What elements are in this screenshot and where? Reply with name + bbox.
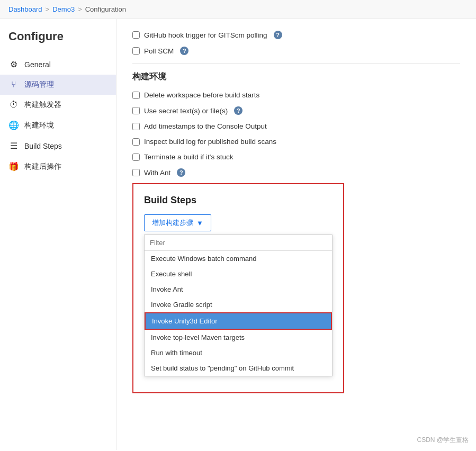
help-icon-with-ant[interactable]: ? — [177, 168, 185, 177]
help-icon-poll-scm[interactable]: ? — [180, 47, 188, 55]
help-icon-secret-text[interactable]: ? — [234, 106, 243, 115]
checkbox-row-github-hook: GitHub hook trigger for GITScm polling ? — [132, 30, 460, 40]
dropdown-item-invoke-gradle[interactable]: Invoke Gradle script — [145, 297, 332, 312]
breadcrumb-dashboard[interactable]: Dashboard — [8, 5, 42, 13]
checkbox-secret-text[interactable] — [132, 107, 140, 114]
breadcrumb-demo3[interactable]: Demo3 — [52, 5, 75, 13]
sidebar-label-build-env: 构建环境 — [24, 121, 54, 130]
dropdown-item-invoke-maven[interactable]: Invoke top-level Maven targets — [145, 330, 332, 345]
checkbox-label-terminate: Terminate a build if it's stuck — [144, 153, 233, 161]
breadcrumb-sep-1: > — [46, 5, 50, 13]
add-build-step-button[interactable]: 增加构建步骤 ▼ — [144, 214, 211, 231]
build-steps-box: Build Steps 增加构建步骤 ▼ Execute Windows bat… — [132, 183, 344, 393]
sidebar-icon-build-steps: ☰ — [8, 141, 19, 151]
checkbox-row-inspect-log: Inspect build log for published build sc… — [132, 137, 460, 147]
checkbox-label-secret-text: Use secret text(s) or file(s) — [144, 107, 228, 115]
sidebar-icon-build-trigger: ⏱ — [8, 100, 19, 110]
sidebar-item-general[interactable]: ⚙ General — [0, 54, 116, 75]
checkbox-row-poll-scm: Poll SCM ? — [132, 46, 460, 56]
sidebar-icon-build-env: 🌐 — [8, 120, 19, 130]
sidebar-label-general: General — [24, 60, 51, 69]
help-icon-github-hook[interactable]: ? — [274, 31, 282, 39]
checkbox-poll-scm[interactable] — [132, 47, 140, 55]
dropdown-item-execute-shell[interactable]: Execute shell — [145, 266, 332, 282]
checkbox-label-delete-ws: Delete workspace before build starts — [144, 91, 259, 99]
dropdown-item-execute-windows[interactable]: Execute Windows batch command — [145, 251, 332, 266]
dropdown-arrow-icon: ▼ — [196, 219, 203, 227]
breadcrumb-sep-2: > — [78, 5, 82, 13]
sidebar-item-build-steps[interactable]: ☰ Build Steps — [0, 136, 116, 156]
breadcrumb-current: Configuration — [85, 5, 126, 13]
checkbox-label-github-hook: GitHub hook trigger for GITScm polling — [144, 31, 267, 39]
checkbox-row-with-ant: With Ant ? — [132, 167, 460, 178]
checkbox-row-terminate: Terminate a build if it's stuck — [132, 152, 460, 162]
checkbox-label-timestamps: Add timestamps to the Console Output — [144, 122, 267, 130]
breadcrumb: Dashboard > Demo3 > Configuration — [0, 0, 476, 19]
sidebar-item-build-trigger[interactable]: ⏱ 构建触发器 — [0, 95, 116, 115]
checkbox-github-hook[interactable] — [132, 31, 140, 39]
checkbox-row-secret-text: Use secret text(s) or file(s) ? — [132, 105, 460, 116]
content-area: GitHub hook trigger for GITScm polling ?… — [116, 19, 476, 450]
checkbox-terminate[interactable] — [132, 154, 140, 161]
checkbox-label-with-ant: With Ant — [144, 169, 170, 177]
dropdown-container: Execute Windows batch commandExecute she… — [144, 234, 333, 376]
sidebar-item-build-env[interactable]: 🌐 构建环境 — [0, 115, 116, 136]
sidebar-label-build-trigger: 构建触发器 — [24, 100, 61, 110]
checkbox-timestamps[interactable] — [132, 123, 140, 130]
checkbox-label-poll-scm: Poll SCM — [144, 47, 174, 55]
build-steps-title: Build Steps — [144, 195, 333, 206]
dropdown-item-invoke-ant[interactable]: Invoke Ant — [145, 282, 332, 297]
checkbox-inspect-log[interactable] — [132, 138, 140, 146]
build-env-title: 构建环境 — [132, 71, 460, 83]
checkbox-delete-ws[interactable] — [132, 92, 140, 99]
sidebar-title: Configure — [0, 30, 116, 54]
dropdown-filter-input[interactable] — [145, 235, 332, 251]
checkbox-row-delete-ws: Delete workspace before build starts — [132, 90, 460, 100]
watermark: CSDN @学生董格 — [417, 436, 469, 445]
sidebar-icon-source-mgmt: ⑂ — [8, 80, 19, 89]
checkbox-label-inspect-log: Inspect build log for published build sc… — [144, 138, 276, 146]
sidebar-icon-post-build: 🎁 — [8, 161, 19, 172]
dropdown-item-set-build-status[interactable]: Set build status to "pending" on GitHub … — [145, 360, 332, 376]
sidebar-label-post-build: 构建后操作 — [24, 162, 61, 172]
sidebar-label-source-mgmt: 源码管理 — [24, 80, 54, 89]
dropdown-item-invoke-unity3d[interactable]: Invoke Unity3d Editor — [145, 312, 332, 330]
dropdown-item-run-timeout[interactable]: Run with timeout — [145, 345, 332, 360]
dropdown-menu: Execute Windows batch commandExecute she… — [144, 234, 333, 376]
sidebar: Configure ⚙ General ⑂ 源码管理 ⏱ 构建触发器 🌐 构建环… — [0, 19, 116, 450]
sidebar-item-post-build[interactable]: 🎁 构建后操作 — [0, 156, 116, 177]
sidebar-label-build-steps: Build Steps — [24, 142, 62, 150]
checkbox-row-timestamps: Add timestamps to the Console Output — [132, 121, 460, 131]
sidebar-icon-general: ⚙ — [8, 59, 19, 69]
sidebar-item-source-mgmt[interactable]: ⑂ 源码管理 — [0, 75, 116, 95]
checkbox-with-ant[interactable] — [132, 169, 140, 176]
add-step-label: 增加构建步骤 — [152, 218, 193, 228]
